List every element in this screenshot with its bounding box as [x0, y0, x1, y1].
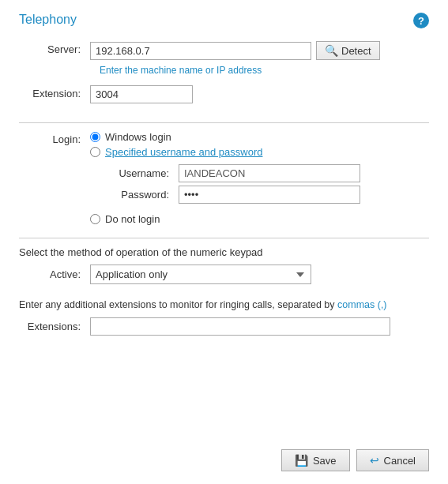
windows-login-radio[interactable]: [90, 132, 100, 142]
cancel-icon: ↩: [370, 454, 379, 467]
password-input[interactable]: [179, 186, 360, 204]
cancel-button[interactable]: ↩ Cancel: [356, 449, 429, 471]
magnify-icon: 🔍: [325, 44, 338, 57]
server-hint: Enter the machine name or IP address: [19, 65, 429, 76]
username-input[interactable]: [179, 164, 360, 182]
page-title: Telephony: [19, 13, 77, 27]
save-label: Save: [313, 455, 337, 467]
username-row: Username:: [107, 164, 360, 182]
detect-button-label: Detect: [341, 45, 371, 57]
help-icon[interactable]: ?: [413, 13, 429, 28]
active-row: Active: Application only Always Never: [19, 265, 429, 284]
divider-1: [19, 122, 429, 123]
credentials-subform: Username: Password:: [107, 164, 360, 207]
bottom-buttons: 💾 Save ↩ Cancel: [19, 441, 429, 471]
server-input[interactable]: [90, 42, 311, 60]
windows-login-label[interactable]: Windows login: [105, 131, 171, 143]
login-option-donot: Do not login: [90, 213, 360, 225]
extensions-row: Extensions:: [19, 317, 429, 336]
active-label: Active:: [19, 268, 90, 280]
detect-button[interactable]: 🔍 Detect: [316, 41, 380, 60]
extensions-info-text: Enter any additional extensions to monit…: [19, 298, 429, 313]
login-options: Windows login Specified username and pas…: [90, 131, 360, 225]
donot-login-radio[interactable]: [90, 214, 100, 224]
password-label: Password:: [107, 189, 179, 201]
divider-2: [19, 238, 429, 238]
specified-login-label[interactable]: Specified username and password: [105, 146, 262, 158]
info-text-main: Enter any additional extensions to monit…: [19, 299, 335, 310]
donot-login-label[interactable]: Do not login: [105, 213, 160, 225]
username-label: Username:: [107, 167, 179, 179]
specified-login-radio[interactable]: [90, 147, 100, 157]
info-text-comma: commas (,): [337, 299, 387, 310]
active-dropdown[interactable]: Application only Always Never: [90, 265, 311, 284]
save-icon: 💾: [295, 454, 308, 467]
cancel-label: Cancel: [384, 455, 416, 467]
extensions-input[interactable]: [90, 317, 390, 336]
save-button[interactable]: 💾 Save: [281, 449, 350, 471]
extension-input[interactable]: [90, 85, 193, 103]
server-label: Server:: [19, 41, 90, 55]
login-label: Login:: [19, 131, 90, 145]
password-row: Password:: [107, 186, 360, 204]
login-option-specified: Specified username and password: [90, 146, 360, 158]
extensions-label: Extensions:: [19, 321, 90, 332]
login-option-windows: Windows login: [90, 131, 360, 143]
keypad-section-label: Select the method of operation of the nu…: [19, 246, 429, 258]
extension-label: Extension:: [19, 85, 90, 99]
